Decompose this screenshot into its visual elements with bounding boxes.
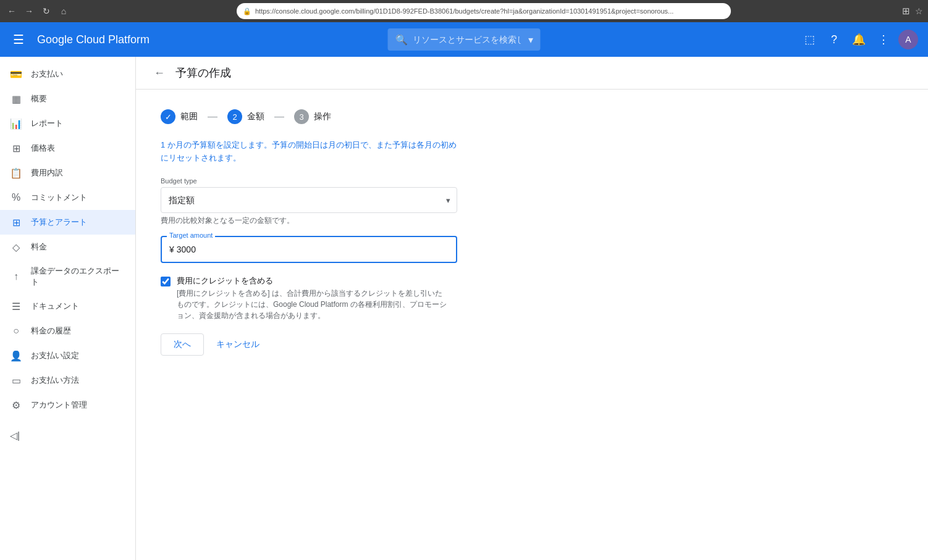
checkbox-desc: [費用にクレジットを含める] は、合計費用から該当するクレジットを差し引いたもの… bbox=[177, 288, 449, 321]
budget-type-select[interactable]: 指定額 前月の費用 bbox=[161, 188, 457, 212]
fees-icon: ◇ bbox=[10, 241, 22, 253]
sidebar-label-payment-settings: お支払い設定 bbox=[31, 350, 79, 361]
step-amount: 2 金額 bbox=[227, 109, 264, 124]
monitor-icon[interactable]: ⬚ bbox=[799, 30, 819, 49]
sidebar-item-budget-alerts[interactable]: ⊞ 予算とアラート bbox=[0, 210, 135, 235]
sidebar-label-documents: ドキュメント bbox=[31, 301, 79, 312]
sidebar-label-overview: 概要 bbox=[31, 93, 47, 104]
step-divider-2: — bbox=[274, 111, 284, 122]
home-button[interactable]: ⌂ bbox=[57, 4, 70, 18]
content-area: ✓ 範囲 — 2 金額 — 3 操作 1 か月の予算額を設定します。予算の開始日… bbox=[136, 90, 928, 375]
sidebar-item-overview[interactable]: ▦ 概要 bbox=[0, 86, 135, 111]
payment-method-icon: ▭ bbox=[10, 374, 22, 387]
sidebar-label-fees: 料金 bbox=[31, 241, 47, 253]
sidebar-label-billing-history: 料金の履歴 bbox=[31, 325, 71, 336]
currency-prefix: ¥ bbox=[169, 244, 174, 254]
step-action: 3 操作 bbox=[294, 109, 331, 124]
sidebar-item-cost-breakdown[interactable]: 📋 費用内訳 bbox=[0, 161, 135, 185]
action-buttons: 次へ キャンセル bbox=[161, 333, 457, 356]
sidebar-item-payment-settings[interactable]: 👤 お支払い設定 bbox=[0, 343, 135, 368]
bookmark-icon[interactable]: ☆ bbox=[915, 6, 923, 16]
address-bar[interactable]: 🔒 https://console.cloud.google.com/billi… bbox=[237, 3, 731, 19]
pricelist-icon: ⊞ bbox=[10, 142, 22, 154]
budget-alerts-icon: ⊞ bbox=[10, 216, 22, 228]
search-dropdown-icon[interactable]: ▾ bbox=[528, 34, 533, 46]
payment-settings-icon: 👤 bbox=[10, 349, 22, 362]
search-bar[interactable]: 🔍 ▾ bbox=[388, 28, 541, 51]
sidebar-item-billing-history[interactable]: ○ 料金の履歴 bbox=[0, 319, 135, 343]
sidebar-label-pricelist: 価格表 bbox=[31, 143, 55, 154]
browser-actions: ⊞ ☆ bbox=[902, 6, 923, 17]
hamburger-menu-icon[interactable]: ☰ bbox=[10, 31, 27, 48]
budget-type-field: Budget type 指定額 前月の費用 ▾ 費用の比較対象となる一定の金額で… bbox=[161, 177, 457, 226]
account-mgmt-icon: ⚙ bbox=[10, 399, 22, 411]
step-action-circle: 3 bbox=[294, 109, 309, 124]
sidebar-label-payment: お支払い bbox=[31, 69, 63, 80]
app-body: 💳 お支払い ▦ 概要 📊 レポート ⊞ 価格表 📋 費用内訳 % コミットメン… bbox=[0, 57, 928, 560]
page-header: ← 予算の作成 bbox=[136, 57, 928, 90]
budget-type-hint: 費用の比較対象となる一定の金額です。 bbox=[161, 215, 457, 226]
cost-breakdown-icon: 📋 bbox=[10, 167, 22, 179]
back-button[interactable]: ← bbox=[5, 4, 19, 18]
step-scope-circle: ✓ bbox=[161, 109, 175, 124]
step-scope: ✓ 範囲 bbox=[161, 109, 198, 124]
collapse-sidebar-icon[interactable]: ◁| bbox=[10, 430, 20, 441]
help-icon[interactable]: ? bbox=[824, 30, 844, 49]
sidebar-item-billing-export[interactable]: ↑ 課金データのエクスポート bbox=[0, 259, 135, 294]
sidebar-item-reports[interactable]: 📊 レポート bbox=[0, 111, 135, 136]
target-amount-field: Target amount ¥ bbox=[161, 236, 457, 263]
sidebar-item-payment-method[interactable]: ▭ お支払い方法 bbox=[0, 368, 135, 393]
sidebar-item-pricelist[interactable]: ⊞ 価格表 bbox=[0, 136, 135, 161]
sidebar-label-billing-export: 課金データのエクスポート bbox=[31, 265, 125, 288]
top-nav: ☰ Google Cloud Platform 🔍 ▾ ⬚ ? 🔔 ⋮ A bbox=[0, 22, 928, 57]
url-text: https://console.cloud.google.com/billing… bbox=[255, 7, 725, 15]
sidebar-item-payment[interactable]: 💳 お支払い bbox=[0, 62, 135, 86]
payment-icon: 💳 bbox=[10, 68, 22, 80]
form-section: Budget type 指定額 前月の費用 ▾ 費用の比較対象となる一定の金額で… bbox=[161, 177, 457, 356]
reports-icon: 📊 bbox=[10, 117, 22, 130]
sidebar-item-fees[interactable]: ◇ 料金 bbox=[0, 235, 135, 259]
credit-checkbox[interactable] bbox=[161, 277, 171, 286]
amount-input-wrapper: Target amount ¥ bbox=[161, 236, 457, 263]
billing-export-icon: ↑ bbox=[10, 270, 22, 283]
sidebar-label-commitment: コミットメント bbox=[31, 192, 87, 203]
amount-input-row: ¥ bbox=[169, 244, 449, 254]
step-action-label: 操作 bbox=[314, 111, 331, 122]
avatar[interactable]: A bbox=[898, 30, 918, 49]
step-scope-label: 範囲 bbox=[180, 111, 198, 122]
sidebar-label-account-mgmt: アカウント管理 bbox=[31, 399, 87, 411]
sidebar-item-account-mgmt[interactable]: ⚙ アカウント管理 bbox=[0, 393, 135, 417]
sidebar-label-reports: レポート bbox=[31, 118, 63, 129]
checkbox-label: 費用にクレジットを含める bbox=[177, 275, 457, 286]
search-input[interactable] bbox=[413, 35, 521, 44]
notification-icon[interactable]: 🔔 bbox=[849, 30, 869, 49]
browser-chrome: ← → ↻ ⌂ 🔒 https://console.cloud.google.c… bbox=[0, 0, 928, 22]
page-title: 予算の作成 bbox=[175, 65, 231, 80]
sidebar-item-documents[interactable]: ☰ ドキュメント bbox=[0, 294, 135, 319]
top-nav-right: ⬚ ? 🔔 ⋮ A bbox=[799, 30, 918, 49]
cancel-button[interactable]: キャンセル bbox=[214, 334, 262, 355]
next-button[interactable]: 次へ bbox=[161, 333, 204, 356]
step-divider-1: — bbox=[208, 111, 217, 122]
forward-button[interactable]: → bbox=[22, 4, 36, 18]
sidebar-item-commitment[interactable]: % コミットメント bbox=[0, 185, 135, 210]
documents-icon: ☰ bbox=[10, 300, 22, 312]
commitment-icon: % bbox=[10, 191, 22, 204]
form-description: 1 か月の予算額を設定します。予算の開始日は月の初日で、また予算は各月の初めにリ… bbox=[161, 139, 457, 165]
credit-checkbox-row: 費用にクレジットを含める [費用にクレジットを含める] は、合計費用から該当する… bbox=[161, 275, 457, 321]
sidebar-label-cost-breakdown: 費用内訳 bbox=[31, 167, 63, 178]
target-amount-input[interactable] bbox=[177, 244, 449, 254]
budget-type-select-wrapper[interactable]: 指定額 前月の費用 ▾ bbox=[161, 187, 457, 213]
refresh-button[interactable]: ↻ bbox=[40, 4, 53, 18]
sidebar: 💳 お支払い ▦ 概要 📊 レポート ⊞ 価格表 📋 費用内訳 % コミットメン… bbox=[0, 57, 136, 560]
search-icon: 🔍 bbox=[395, 34, 408, 46]
stepper: ✓ 範囲 — 2 金額 — 3 操作 bbox=[161, 109, 903, 124]
extensions-icon[interactable]: ⊞ bbox=[902, 6, 910, 17]
back-to-list-button[interactable]: ← bbox=[151, 64, 168, 81]
budget-type-label: Budget type bbox=[161, 177, 457, 185]
more-options-icon[interactable]: ⋮ bbox=[874, 30, 893, 49]
billing-history-icon: ○ bbox=[10, 325, 22, 337]
checkbox-content: 費用にクレジットを含める [費用にクレジットを含める] は、合計費用から該当する… bbox=[177, 275, 457, 321]
target-amount-label: Target amount bbox=[167, 232, 215, 239]
main-content: ← 予算の作成 ✓ 範囲 — 2 金額 — 3 操作 bbox=[136, 57, 928, 560]
